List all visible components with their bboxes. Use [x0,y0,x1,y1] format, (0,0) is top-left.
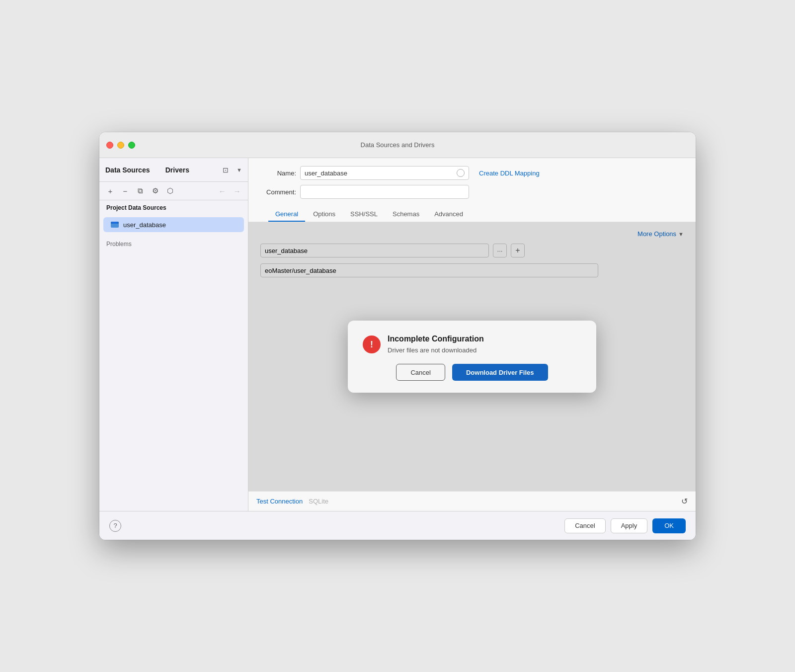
problems-section: Problems [99,234,248,250]
apply-button[interactable]: Apply [611,518,648,533]
datasource-name: user_database [123,221,166,229]
refresh-button[interactable]: ↺ [681,497,688,506]
traffic-lights [106,142,135,149]
bottom-bar: ? Cancel Apply OK [99,511,696,540]
footer-left: Test Connection SQLite [256,498,328,505]
window-title: Data Sources and Drivers [361,141,435,149]
name-label: Name: [260,169,296,177]
copy-datasource-button[interactable]: ⧉ [134,185,146,197]
modal-overlay: ! Incomplete Configuration Driver files … [248,222,696,491]
tab-schemas[interactable]: Schemas [386,207,426,222]
nav-forward-button: → [231,185,243,197]
ok-button[interactable]: OK [652,518,686,533]
modal-warning-icon: ! [363,336,381,353]
modal-buttons: Cancel Download Driver Files [363,364,581,381]
title-bar: Data Sources and Drivers [99,132,696,158]
modal-icon-symbol: ! [370,339,373,350]
main-layout: Data Sources Drivers ⊡ ▼ + − ⧉ ⚙ ⬡ ← → P… [99,158,696,511]
sidebar-tools: + − ⧉ ⚙ ⬡ ← → [99,182,248,200]
tab-general[interactable]: General [268,207,305,222]
problems-label: Problems [106,241,132,248]
create-ddl-link[interactable]: Create DDL Mapping [479,169,540,177]
name-input-indicator [457,169,465,177]
modal-dialog: ! Incomplete Configuration Driver files … [348,321,596,393]
close-button[interactable] [106,142,113,149]
project-data-sources-header: Project Data Sources [99,200,248,215]
tab-options[interactable]: Options [306,207,342,222]
sidebar-header: Data Sources Drivers ⊡ ▼ [99,158,248,182]
name-row: Name: user_database Create DDL Mapping [260,166,684,180]
help-button[interactable]: ? [109,520,121,532]
bottom-bar-right: Cancel Apply OK [564,518,686,533]
form-header: Name: user_database Create DDL Mapping C… [248,158,696,222]
minimize-button[interactable] [117,142,124,149]
sidebar-tab-drivers[interactable]: Drivers [165,166,189,174]
remove-datasource-button[interactable]: − [119,185,131,197]
content-area: Name: user_database Create DDL Mapping C… [248,158,696,511]
sidebar-tab-divider [156,166,159,173]
svg-point-2 [111,222,118,224]
modal-text-block: Incomplete Configuration Driver files ar… [388,335,581,354]
bottom-bar-left: ? [109,520,121,532]
maximize-button[interactable] [128,142,135,149]
sidebar-tab-datasources[interactable]: Data Sources [105,166,150,174]
tabs-row: General Options SSH/SSL Schemas Advanced [260,204,684,222]
name-input-value: user_database [305,169,347,177]
comment-row: Comment: [260,185,684,199]
sidebar-dropdown-icon[interactable]: ▼ [237,167,242,173]
modal-subtitle: Driver files are not downloaded [388,346,581,354]
sidebar-filter-icon[interactable]: ⊡ [221,165,231,175]
content-footer: Test Connection SQLite ↺ [248,491,696,511]
content-body: More Options ▼ user_database ··· + eoMas… [248,222,696,491]
cancel-button[interactable]: Cancel [564,518,605,533]
datasource-item-user-database[interactable]: user_database [103,217,244,232]
comment-label: Comment: [260,188,296,196]
comment-input[interactable] [300,185,469,199]
sidebar: Data Sources Drivers ⊡ ▼ + − ⧉ ⚙ ⬡ ← → P… [99,158,248,511]
database-icon [110,220,119,229]
export-button[interactable]: ⬡ [164,185,176,197]
main-window: Data Sources and Drivers Data Sources Dr… [99,132,696,540]
tab-advanced[interactable]: Advanced [427,207,470,222]
add-datasource-button[interactable]: + [104,185,116,197]
modal-header: ! Incomplete Configuration Driver files … [363,335,581,354]
modal-title: Incomplete Configuration [388,335,581,343]
test-connection-link[interactable]: Test Connection [256,498,303,505]
modal-cancel-button[interactable]: Cancel [396,364,445,381]
tab-ssh-ssl[interactable]: SSH/SSL [343,207,385,222]
nav-back-button: ← [216,185,228,197]
modal-download-button[interactable]: Download Driver Files [452,364,548,381]
settings-button[interactable]: ⚙ [149,185,161,197]
sqlite-label: SQLite [309,498,328,505]
name-input[interactable]: user_database [300,166,469,180]
